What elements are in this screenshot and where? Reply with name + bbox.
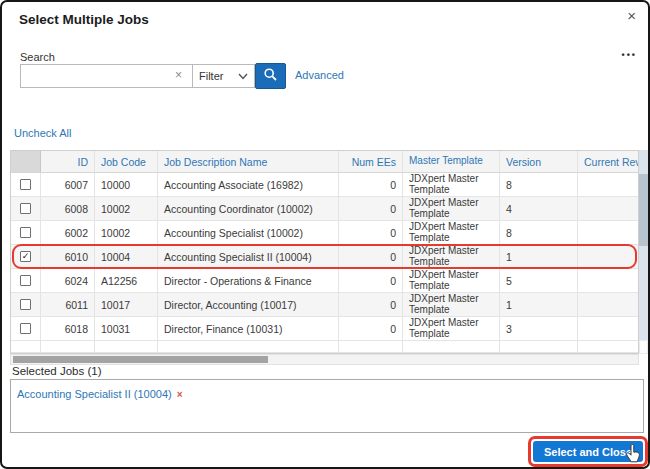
table-body: 600710000Accounting Associate (16982)0JD…: [11, 173, 638, 353]
row-version-cell: 8: [500, 221, 578, 244]
empty-cell: [158, 341, 339, 352]
row-current-review-cell: [578, 221, 639, 244]
table-row[interactable]: 600810002Accounting Coordinator (10002)0…: [11, 197, 639, 221]
row-version-cell: 1: [500, 293, 578, 316]
row-num-ees-cell: 0: [339, 173, 403, 196]
advanced-link[interactable]: Advanced: [295, 69, 344, 81]
row-job-code-cell: 10002: [95, 221, 158, 244]
row-num-ees-cell: 0: [339, 293, 403, 316]
column-header-master-template[interactable]: Master Template: [403, 151, 500, 172]
row-id-cell: 6024: [41, 269, 95, 292]
row-job-description-cell: Director - Operations & Finance: [158, 269, 339, 292]
horizontal-scrollbar[interactable]: [10, 354, 639, 365]
empty-cell: [403, 341, 500, 352]
row-job-code-cell: 10031: [95, 317, 158, 340]
row-num-ees-cell: 0: [339, 317, 403, 340]
row-id-cell: 6008: [41, 197, 95, 220]
row-job-description-cell: Accounting Coordinator (10002): [158, 197, 339, 220]
vertical-scrollbar-thumb[interactable]: [639, 174, 648, 246]
row-job-code-cell: A12256: [95, 269, 158, 292]
row-job-description-cell: Director, Accounting (10017): [158, 293, 339, 316]
row-master-template-cell: JDXpert Master Template: [403, 293, 500, 316]
uncheck-all-link[interactable]: Uncheck All: [14, 127, 71, 139]
row-master-template-cell: JDXpert Master Template: [403, 221, 500, 244]
selected-job-chip-label: Accounting Specialist II (10004): [17, 388, 172, 400]
row-master-template-cell: JDXpert Master Template: [403, 173, 500, 196]
row-job-description-cell: Accounting Specialist II (10004): [158, 245, 339, 268]
table-row-partial: [11, 341, 639, 353]
row-job-description-cell: Accounting Associate (16982): [158, 173, 339, 196]
column-header-job-description-name[interactable]: Job Description Name: [158, 151, 339, 172]
row-num-ees-cell: 0: [339, 245, 403, 268]
checkbox-unchecked[interactable]: [20, 275, 31, 286]
row-job-code-cell: 10002: [95, 197, 158, 220]
selected-jobs-label: Selected Jobs (1): [12, 365, 102, 377]
row-version-cell: 1: [500, 245, 578, 268]
checkbox-unchecked[interactable]: [20, 203, 31, 214]
table-row[interactable]: 601810031Director, Finance (10031)0JDXpe…: [11, 317, 639, 341]
row-master-template-cell: JDXpert Master Template: [403, 245, 500, 268]
row-id-cell: 6010: [41, 245, 95, 268]
checkbox-unchecked[interactable]: [20, 227, 31, 238]
search-label: Search: [20, 51, 55, 63]
row-num-ees-cell: 0: [339, 269, 403, 292]
empty-cell: [11, 341, 41, 352]
row-job-code-cell: 10000: [95, 173, 158, 196]
row-checkbox-cell: [11, 269, 41, 292]
row-job-code-cell: 10004: [95, 245, 158, 268]
row-job-description-cell: Director, Finance (10031): [158, 317, 339, 340]
table-row[interactable]: 600710000Accounting Associate (16982)0JD…: [11, 173, 639, 197]
row-job-code-cell: 10017: [95, 293, 158, 316]
filter-selected-value: Filter: [199, 70, 223, 82]
row-id-cell: 6002: [41, 221, 95, 244]
row-checkbox-cell: [11, 173, 41, 196]
row-master-template-cell: JDXpert Master Template: [403, 269, 500, 292]
row-job-description-cell: Accounting Specialist (10002): [158, 221, 339, 244]
select-column-header: [11, 151, 41, 172]
row-num-ees-cell: 0: [339, 221, 403, 244]
row-current-review-cell: [578, 269, 639, 292]
checkbox-unchecked[interactable]: [20, 323, 31, 334]
empty-cell: [500, 341, 578, 352]
table-row[interactable]: 600210002Accounting Specialist (10002)0J…: [11, 221, 639, 245]
column-header-id[interactable]: ID: [41, 151, 95, 172]
row-id-cell: 6007: [41, 173, 95, 196]
row-current-review-cell: [578, 293, 639, 316]
table-row[interactable]: 601110017Director, Accounting (10017)0JD…: [11, 293, 639, 317]
row-num-ees-cell: 0: [339, 197, 403, 220]
column-header-num-ees[interactable]: Num EEs: [339, 151, 403, 172]
row-version-cell: 8: [500, 173, 578, 196]
overflow-menu-icon[interactable]: •••: [622, 50, 637, 60]
row-checkbox-cell: [11, 317, 41, 340]
vertical-scrollbar[interactable]: [639, 150, 648, 354]
scrollbar-corner: [639, 340, 648, 354]
row-current-review-cell: [578, 173, 639, 196]
table-row[interactable]: 6024A12256Director - Operations & Financ…: [11, 269, 639, 293]
search-icon: [263, 67, 278, 86]
highlight-annotation: Select and Close: [528, 436, 648, 467]
row-checkbox-cell: [11, 293, 41, 316]
row-id-cell: 6018: [41, 317, 95, 340]
search-button[interactable]: [255, 63, 286, 89]
row-master-template-cell: JDXpert Master Template: [403, 197, 500, 220]
empty-cell: [95, 341, 158, 352]
close-icon[interactable]: ×: [627, 8, 636, 23]
filter-dropdown[interactable]: Filter: [192, 64, 255, 88]
row-version-cell: 4: [500, 197, 578, 220]
checkbox-unchecked[interactable]: [20, 299, 31, 310]
checkbox-checked[interactable]: ✓: [20, 251, 31, 262]
select-multiple-jobs-dialog: Select Multiple Jobs × ••• Search × Filt…: [0, 0, 650, 469]
row-checkbox-cell: ✓: [11, 245, 41, 268]
horizontal-scrollbar-thumb[interactable]: [13, 356, 268, 363]
selected-job-chip: Accounting Specialist II (10004) ×: [17, 388, 183, 400]
checkbox-unchecked[interactable]: [20, 179, 31, 190]
chip-remove-icon[interactable]: ×: [177, 389, 183, 400]
column-header-version[interactable]: Version: [500, 151, 578, 172]
row-current-review-cell: [578, 197, 639, 220]
select-and-close-button[interactable]: Select and Close: [533, 441, 643, 462]
table-row[interactable]: ✓601010004Accounting Specialist II (1000…: [11, 245, 639, 269]
search-input[interactable]: [20, 64, 192, 88]
clear-search-icon[interactable]: ×: [175, 68, 182, 82]
column-header-job-code[interactable]: Job Code: [95, 151, 158, 172]
column-header-current-review[interactable]: Current Review: [578, 151, 639, 172]
